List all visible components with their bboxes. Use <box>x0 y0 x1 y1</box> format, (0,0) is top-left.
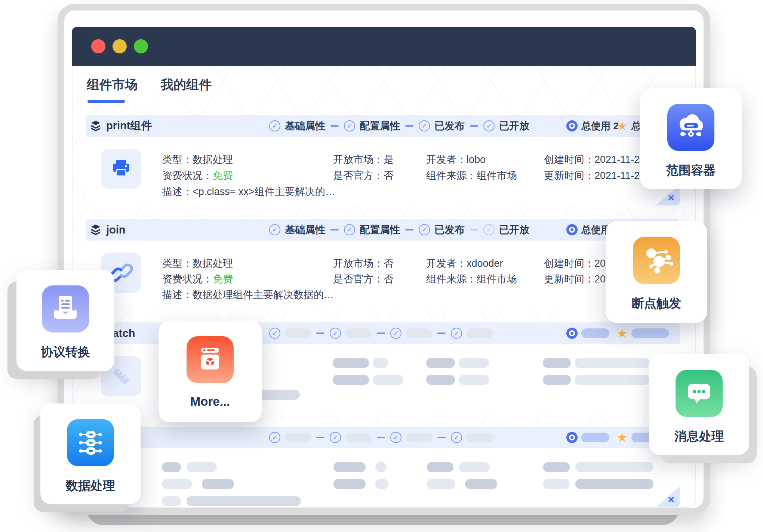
field-source: 组件来源：组件市场 <box>426 272 517 286</box>
field-type: 类型：数据处理 <box>162 257 233 270</box>
star-icon: ★ <box>617 327 628 339</box>
step-label: 基础属性 <box>285 223 325 236</box>
field-source: 组件来源：组件市场 <box>426 169 517 182</box>
step-check-icon: ✓ <box>269 328 280 339</box>
skeleton-pill <box>575 375 649 385</box>
card-steps: ✓ 基础属性 ✓ 配置属性 ✓ 已发布 ✓ 已开放 <box>269 115 529 137</box>
star-icon: ★ <box>617 432 628 443</box>
tab-my-components[interactable]: 我的组件 <box>161 76 212 103</box>
usage-count: 总使用 2 <box>581 120 619 133</box>
step-connector <box>316 437 324 438</box>
zoom-window-button[interactable] <box>134 39 148 53</box>
tab-bar: 组件市场 我的组件 <box>87 76 212 103</box>
step-connector <box>405 125 413 127</box>
views-icon <box>566 120 578 132</box>
feature-card-range-container[interactable]: 范围容器 <box>640 88 742 189</box>
skeleton-pill <box>426 358 455 368</box>
feature-label: 消息处理 <box>649 428 749 445</box>
skeleton-pill <box>187 462 217 472</box>
skeleton-pill <box>575 479 653 489</box>
component-card-join[interactable]: join ✓ 基础属性 ✓ 配置属性 ✓ 已发布 ✓ 已开放 <box>86 219 680 311</box>
skeleton-pill <box>427 462 453 472</box>
rating-stat-skeleton: ★ <box>617 322 669 344</box>
feature-card-more[interactable]: More... <box>159 321 262 422</box>
step-check-icon: ✓ <box>344 224 355 235</box>
skeleton-pill <box>333 358 369 368</box>
views-icon <box>566 432 578 443</box>
content-area: 组件市场 我的组件 print组件 ✓ 基础属性 <box>72 66 696 508</box>
step-check-icon: ✓ <box>483 120 495 132</box>
close-window-button[interactable] <box>91 39 105 53</box>
step-check-icon: ✓ <box>451 328 462 339</box>
inbox-document-icon <box>42 285 89 332</box>
skeleton-pill <box>187 496 301 506</box>
card-steps-skeleton: ✓ ✓ ✓ ✓ <box>269 427 493 448</box>
printer-icon <box>101 149 141 189</box>
skeleton-pill <box>467 328 493 338</box>
step-check-icon: ✓ <box>269 120 280 132</box>
step-check-icon: ✓ <box>390 328 402 339</box>
step-check-icon: ✓ <box>330 432 341 443</box>
step-check-icon: ✓ <box>269 224 280 235</box>
step-check-icon: ✓ <box>344 120 355 132</box>
step-label: 已开放 <box>499 119 529 133</box>
step-check-icon: ✓ <box>419 224 430 235</box>
data-nodes-icon <box>67 419 114 466</box>
card-header: ✓ ✓ ✓ ✓ <box>86 427 680 448</box>
card-header: join ✓ 基础属性 ✓ 配置属性 ✓ 已发布 ✓ 已开放 <box>86 219 680 241</box>
feature-label: 协议转换 <box>16 344 114 361</box>
card-title: join <box>106 224 126 236</box>
skeleton-pill <box>375 479 388 489</box>
card-title: print组件 <box>106 118 152 133</box>
card-body: 类型：数据处理 资费状况：免费 描述：数据处理组件主要解决数据的… 开放市场：否… <box>86 241 680 311</box>
skeleton-pill <box>406 328 432 338</box>
step-check-icon: ✓ <box>390 432 402 443</box>
feature-card-data-processing[interactable]: 数据处理 <box>40 403 141 504</box>
collapse-corner-button[interactable]: × <box>656 486 680 507</box>
step-check-icon: ✓ <box>419 120 430 132</box>
feature-card-protocol-conversion[interactable]: 协议转换 <box>16 270 114 371</box>
step-label: 基础属性 <box>285 119 325 133</box>
feature-label: 数据处理 <box>40 477 141 494</box>
skeleton-pill <box>459 462 490 472</box>
skeleton-pill <box>543 358 571 368</box>
skeleton-pill <box>543 462 570 472</box>
step-label: 配置属性 <box>360 223 400 236</box>
tab-component-market[interactable]: 组件市场 <box>87 76 138 103</box>
step-check-icon: ✓ <box>451 432 462 443</box>
minimize-window-button[interactable] <box>113 39 127 53</box>
skeleton-pill <box>459 358 489 368</box>
usage-stat-skeleton <box>566 427 609 448</box>
skeleton-pill <box>345 328 372 338</box>
component-card-print[interactable]: print组件 ✓ 基础属性 ✓ 配置属性 ✓ 已发布 ✓ 已开放 <box>86 115 680 205</box>
feature-label: More... <box>159 395 262 409</box>
field-description: 描述：数据处理组件主要解决数据的… <box>162 288 334 301</box>
chat-bubble-icon <box>676 370 723 417</box>
step-label: 配置属性 <box>360 119 400 133</box>
skeleton-pill <box>467 433 493 442</box>
step-connector <box>377 437 385 438</box>
step-connector <box>377 332 385 334</box>
skeleton-pill <box>162 479 192 489</box>
card-body: × <box>86 448 680 507</box>
layers-icon <box>90 224 102 236</box>
component-card-skeleton[interactable]: ✓ ✓ ✓ ✓ <box>86 427 680 507</box>
close-icon: × <box>668 192 674 203</box>
tab-label: 组件市场 <box>87 77 138 92</box>
molecule-icon <box>633 237 680 284</box>
field-developer: 开发者：xdooder <box>426 257 503 270</box>
skeleton-pill <box>373 358 388 368</box>
skeleton-pill <box>581 328 609 338</box>
step-connector <box>437 332 446 334</box>
step-check-icon: ✓ <box>269 432 280 443</box>
feature-card-message-processing[interactable]: 消息处理 <box>649 354 749 455</box>
usage-stat-skeleton <box>566 322 609 344</box>
feature-card-breakpoint-trigger[interactable]: 断点触发 <box>606 221 707 323</box>
step-connector <box>330 125 339 127</box>
field-official: 是否官方：否 <box>333 169 394 182</box>
field-open-market: 开放市场：是 <box>333 153 394 166</box>
skeleton-pill <box>162 496 181 506</box>
field-developer: 开发者：lobo <box>426 153 486 166</box>
skeleton-pill <box>333 375 369 385</box>
views-icon <box>566 224 578 235</box>
